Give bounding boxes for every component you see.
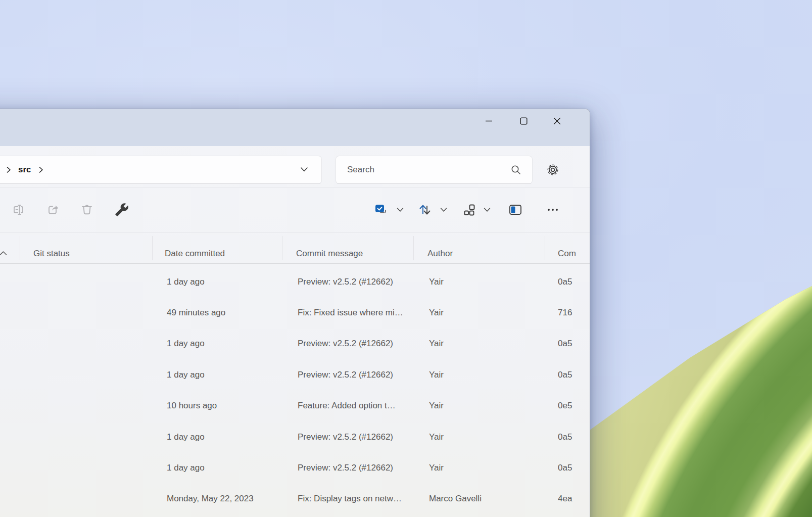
cell-commit-hash: 4ea xyxy=(558,484,590,514)
cell-commit-hash: 0e5 xyxy=(558,391,590,421)
more-options-button[interactable] xyxy=(541,199,565,221)
cell-date-committed: 1 day ago xyxy=(167,421,296,452)
layout-button[interactable] xyxy=(457,199,482,221)
sort-dropdown[interactable] xyxy=(439,206,448,215)
file-row[interactable]: Monday, May 22, 2023 Fix: Display tags o… xyxy=(0,484,590,514)
cell-date-committed: 1 day ago xyxy=(167,328,296,359)
minimize-button[interactable] xyxy=(477,110,500,131)
chevron-up-icon xyxy=(0,250,8,256)
file-row[interactable]: 1 day ago Preview: v2.5.2 (#12662) Yair … xyxy=(0,452,590,483)
file-row[interactable]: 1 day ago Preview: v2.5.2 (#12662) Yair … xyxy=(0,359,590,390)
maximize-icon xyxy=(520,117,528,125)
cell-commit-message: Fix: Fixed issue where mi… xyxy=(298,297,426,328)
cell-date-committed: 1 day ago xyxy=(167,266,296,297)
column-header-author[interactable]: Author xyxy=(427,249,453,259)
column-separator[interactable] xyxy=(20,236,20,260)
cell-date-committed: 49 minutes ago xyxy=(167,297,296,328)
chevron-right-icon xyxy=(5,166,12,173)
layout-dropdown[interactable] xyxy=(483,206,492,215)
column-header-git-status[interactable]: Git status xyxy=(33,249,70,259)
column-separator[interactable] xyxy=(545,236,545,260)
divider xyxy=(0,187,590,188)
checked-box-icon xyxy=(373,203,389,217)
address-bar[interactable]: src xyxy=(0,156,322,184)
trash-icon xyxy=(80,203,94,217)
file-explorer-window: src Search xyxy=(0,109,590,517)
file-row[interactable]: 1 day ago Preview: v2.5.2 (#12662) Yair … xyxy=(0,266,590,297)
cell-commit-message: Feature: Added option t… xyxy=(298,391,426,421)
layout-squares-icon xyxy=(462,203,476,217)
cell-commit-hash: 0a5 xyxy=(558,359,590,390)
close-button[interactable] xyxy=(545,110,568,131)
titlebar[interactable] xyxy=(0,109,590,146)
file-row[interactable]: 1 day ago Preview: v2.5.2 (#12662) Yair … xyxy=(0,328,590,359)
multiselect-dropdown[interactable] xyxy=(396,206,405,215)
details-pane-button[interactable] xyxy=(503,199,528,221)
cell-date-committed: 1 day ago xyxy=(167,452,296,483)
cell-author: Marco Gavelli xyxy=(429,484,553,514)
delete-button[interactable] xyxy=(75,199,99,221)
chevron-right-icon xyxy=(37,166,44,173)
search-placeholder: Search xyxy=(347,165,374,175)
open-with-button[interactable] xyxy=(110,199,134,221)
maximize-button[interactable] xyxy=(512,110,535,131)
cell-author: Yair xyxy=(429,328,553,359)
column-header-date-committed[interactable]: Date committed xyxy=(165,249,225,259)
share-icon xyxy=(46,203,60,217)
cell-commit-message: Preview: v2.5.2 (#12662) xyxy=(298,452,426,483)
chevron-down-icon xyxy=(396,206,405,213)
column-separator[interactable] xyxy=(282,236,282,260)
cell-author: Yair xyxy=(429,359,553,390)
file-row[interactable]: 49 minutes ago Fix: Fixed issue where mi… xyxy=(0,297,590,328)
cell-commit-message: Preview: v2.5.2 (#12662) xyxy=(298,328,426,359)
rename-button[interactable] xyxy=(7,199,31,221)
cell-date-committed: 10 hours ago xyxy=(167,391,296,421)
file-row[interactable]: 1 day ago Preview: v2.5.2 (#12662) Yair … xyxy=(0,421,590,452)
divider xyxy=(0,232,590,233)
chevron-down-icon xyxy=(299,164,309,174)
column-separator[interactable] xyxy=(152,236,153,260)
cell-commit-hash: 0a5 xyxy=(558,452,590,483)
file-row[interactable]: 10 hours ago Feature: Added option t… Ya… xyxy=(0,391,590,421)
column-header-commit[interactable]: Com xyxy=(558,249,576,259)
multiselect-button[interactable] xyxy=(369,199,393,221)
cell-date-committed: 1 day ago xyxy=(167,359,296,390)
column-separator[interactable] xyxy=(413,236,414,260)
breadcrumb-item-src[interactable]: src xyxy=(18,165,31,175)
share-button[interactable] xyxy=(41,199,65,221)
gear-icon xyxy=(545,162,560,177)
ellipsis-icon xyxy=(546,203,560,217)
cell-commit-message: Preview: v2.5.2 (#12662) xyxy=(298,359,426,390)
search-icon[interactable] xyxy=(510,164,522,178)
search-box[interactable]: Search xyxy=(336,156,533,184)
cell-author: Yair xyxy=(429,391,553,421)
column-header-commit-message[interactable]: Commit message xyxy=(296,249,363,259)
rename-icon xyxy=(12,203,26,217)
address-dropdown-button[interactable] xyxy=(299,164,309,176)
minimize-icon xyxy=(485,117,493,125)
chevron-down-icon xyxy=(483,206,492,213)
cell-author: Yair xyxy=(429,452,553,483)
cell-commit-hash: 0a5 xyxy=(558,328,590,359)
cell-commit-hash: 0a5 xyxy=(558,421,590,452)
split-panel-icon xyxy=(508,203,523,217)
file-list: 1 day ago Preview: v2.5.2 (#12662) Yair … xyxy=(0,266,590,517)
cell-date-committed: Monday, May 22, 2023 xyxy=(167,484,296,514)
cell-author: Yair xyxy=(429,297,553,328)
sort-arrows-icon xyxy=(417,202,433,217)
cell-commit-message: Preview: v2.5.2 (#12662) xyxy=(298,421,426,452)
settings-button[interactable] xyxy=(541,159,565,181)
cell-author: Yair xyxy=(429,266,553,297)
sort-button[interactable] xyxy=(413,199,437,221)
close-icon xyxy=(553,117,561,125)
cell-commit-hash: 0a5 xyxy=(558,266,590,297)
bloom-green-bands xyxy=(556,273,812,517)
wallpaper-bloom xyxy=(556,273,812,517)
cell-commit-message: Fix: Display tags on netw… xyxy=(298,484,426,514)
chevron-down-icon xyxy=(439,206,448,213)
cell-commit-message: Preview: v2.5.2 (#12662) xyxy=(298,266,426,297)
sort-ascending-indicator xyxy=(0,249,8,258)
wrench-icon xyxy=(115,203,129,217)
cell-author: Yair xyxy=(429,421,553,452)
cell-commit-hash: 716 xyxy=(558,297,590,328)
